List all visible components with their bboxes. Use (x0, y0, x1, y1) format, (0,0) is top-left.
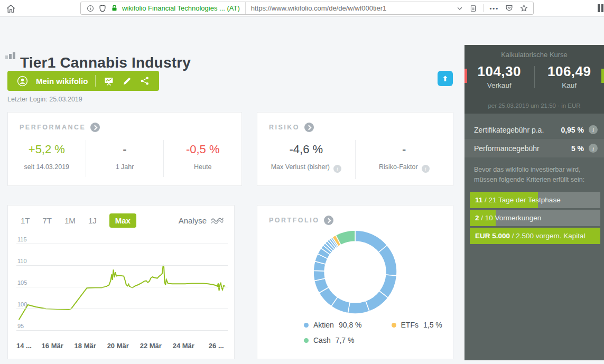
donut-segment[interactable] (348, 301, 369, 313)
pocket-icon[interactable] (505, 4, 514, 13)
bookmark-star-icon[interactable] (519, 4, 528, 13)
button-divider (95, 75, 96, 87)
last-login-text: Letzter Login: 25.03.2019 (7, 96, 82, 103)
x-axis-label: 26 ... (209, 342, 224, 350)
home-button[interactable] (4, 2, 17, 15)
urlbar-dropdown-icon[interactable] (456, 5, 463, 12)
info-icon[interactable]: i (422, 165, 430, 173)
legend-dot-etfs (392, 323, 396, 328)
home-icon (6, 4, 16, 14)
tracking-protection-shield-icon[interactable] (98, 4, 107, 13)
page-actions-menu-icon[interactable]: ••• (489, 5, 499, 12)
legend-item-aktien: Aktien 90,8 % (304, 321, 362, 329)
price-timestamp: per 25.03.2019 um 21:50 · in EUR (464, 102, 604, 109)
my-wikifolio-button[interactable]: Mein wikifolio (7, 71, 159, 91)
analyse-waves-icon (211, 216, 224, 225)
period-button-max[interactable]: Max (109, 213, 136, 228)
legend-item-cash: Cash 7,7 % (304, 336, 355, 344)
x-axis-label: 24 Mär (173, 342, 194, 350)
x-axis-label: 22 Mär (140, 342, 162, 350)
legend-dot-cash (304, 338, 309, 343)
testphase-progress-bar: 11 / 21 Tage der Testphase (470, 192, 600, 208)
page-info-icon[interactable] (86, 4, 95, 13)
site-security-zone[interactable]: wikifolio Financial Technologies ... (AT… (81, 2, 245, 14)
line-chart-plot[interactable]: 11511010510095 (16, 239, 228, 334)
user-avatar-icon (16, 75, 29, 87)
risk-stat-risk-factor: - Risiko-Faktori (355, 140, 453, 179)
buy-price: 106,49 Kauf (535, 63, 604, 89)
buy-marker (601, 69, 604, 83)
risk-link-chevron-icon[interactable] (304, 123, 314, 132)
performance-panel: PERFORMANCE +5,2 % seit 14.03.2019 - 1 J… (7, 112, 242, 186)
x-axis-labels: 14 ...16 Mär18 Mär20 Mär22 Mär24 Mär26 .… (16, 342, 228, 351)
info-icon[interactable]: i (589, 125, 598, 134)
x-axis-label: 16 Mär (42, 342, 63, 350)
portfolio-legend: Aktien 90,8 % ETFs 1,5 % Cash 7,7 % (304, 321, 453, 351)
performance-fee-row: Performancegebühr 5 % i (464, 139, 604, 157)
reader-mode-icon[interactable] (469, 4, 477, 13)
arrow-up-icon (441, 74, 449, 82)
risk-stat-max-loss: -4,6 % Max Verlust (bisher)i (257, 140, 355, 179)
share-icon[interactable] (140, 76, 150, 86)
legend-item-etfs: ETFs 1,5 % (392, 321, 442, 329)
gridline (16, 330, 228, 331)
performance-stat-1-year: - 1 Jahr (86, 140, 164, 177)
x-axis-label: 14 ... (16, 342, 32, 350)
period-button-7t[interactable]: 7T (43, 216, 52, 225)
y-axis-label: 110 (17, 258, 27, 264)
risk-heading: RISIKO (269, 124, 300, 131)
address-bar[interactable]: wikifolio Financial Technologies ... (AT… (80, 2, 534, 15)
y-axis-label: 115 (17, 236, 27, 242)
trade-board-icon[interactable] (103, 76, 115, 87)
performance-line (19, 265, 226, 320)
vormerkungen-progress-bar: 2 / 10 Vormerkungen (470, 210, 600, 226)
y-axis-label: 100 (17, 301, 27, 307)
performance-stat-today: -0,5 % Heute (163, 140, 241, 177)
kapital-progress-bar: EUR 5.000 / 2.500 vorgem. Kapital (470, 228, 600, 244)
url-text[interactable]: https://www.wikifolio.com/de/de/w/wf000t… (246, 4, 387, 12)
gridline (16, 309, 228, 309)
browser-toolbar: wikifolio Financial Technologies ... (AT… (0, 0, 604, 17)
invest-sidebar: Kalkulatorische Kurse 104,30 Verkauf 106… (464, 45, 604, 360)
secure-lock-icon (110, 4, 118, 12)
y-axis-label: 105 (17, 279, 27, 286)
calculated-prices-section: Kalkulatorische Kurse 104,30 Verkauf 106… (464, 45, 604, 114)
certificate-fee-row: Zertifikategebühr p.a. 0,95 % i (464, 120, 604, 139)
sell-marker (464, 69, 467, 83)
my-wikifolio-label: Mein wikifolio (36, 77, 88, 86)
info-icon[interactable]: i (333, 165, 341, 173)
certificate-owner-label[interactable]: wikifolio Financial Technologies ... (AT… (122, 4, 240, 12)
portfolio-donut-chart[interactable] (311, 228, 399, 316)
performance-link-chevron-icon[interactable] (90, 123, 100, 132)
edit-pencil-icon[interactable] (122, 76, 132, 86)
portfolio-heading: PORTFOLIO (269, 217, 319, 224)
period-button-1j[interactable]: 1J (88, 216, 97, 225)
donut-segment[interactable] (378, 245, 397, 276)
performance-stat-since-start: +5,2 % seit 14.03.2019 (8, 140, 86, 177)
portfolio-link-chevron-icon[interactable] (324, 216, 333, 225)
sell-price: 104,30 Verkauf (464, 63, 534, 89)
performance-heading: PERFORMANCE (20, 124, 86, 131)
period-button-1m[interactable]: 1M (64, 216, 76, 225)
x-axis-label: 20 Mär (107, 342, 129, 350)
legend-dot-aktien (304, 323, 309, 328)
gridline (16, 287, 228, 287)
info-icon[interactable]: i (589, 144, 598, 153)
criteria-intro-text: Bevor das wikifolio investierbar wird, m… (474, 165, 594, 185)
page-title: Tier1 Cannabis Industry (20, 54, 191, 71)
calculated-prices-heading: Kalkulatorische Kurse (464, 45, 604, 59)
clipped-toolbar-icon[interactable] (598, 4, 603, 12)
portfolio-panel: PORTFOLIO Aktien 90,8 % ETFs 1,5 % Cash … (257, 205, 453, 359)
y-axis-label: 95 (17, 323, 24, 329)
page-actions-divider (483, 4, 484, 12)
scroll-top-button[interactable] (438, 71, 453, 86)
gridline (16, 244, 228, 244)
wikifolio-chart-icon (5, 52, 15, 59)
analyse-button[interactable]: Analyse (179, 216, 224, 225)
gridline (16, 265, 228, 266)
x-axis-label: 18 Mär (75, 342, 96, 350)
risk-panel: RISIKO -4,6 % Max Verlust (bisher)i - Ri… (257, 112, 453, 186)
price-chart-panel: 1T 7T 1M 1J Max Analyse 11511010510095 1… (7, 205, 235, 359)
period-button-1t[interactable]: 1T (21, 216, 30, 225)
